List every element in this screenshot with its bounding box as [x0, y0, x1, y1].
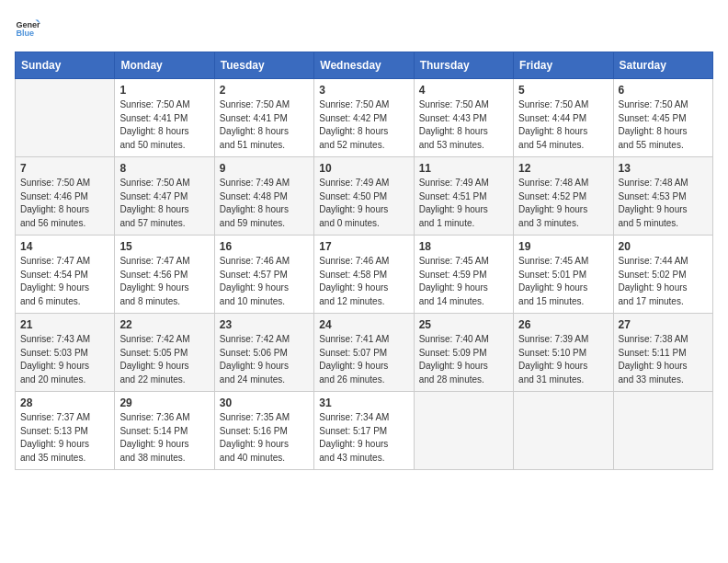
- calendar-cell: 17Sunrise: 7:46 AMSunset: 4:58 PMDayligh…: [314, 236, 414, 314]
- calendar-cell: 28Sunrise: 7:37 AMSunset: 5:13 PMDayligh…: [16, 392, 115, 470]
- day-info: Sunrise: 7:38 AMSunset: 5:11 PMDaylight:…: [619, 333, 708, 386]
- day-number: 6: [619, 84, 708, 97]
- day-info: Sunrise: 7:46 AMSunset: 4:58 PMDaylight:…: [319, 255, 408, 308]
- day-number: 2: [220, 84, 309, 97]
- day-info: Sunrise: 7:45 AMSunset: 5:01 PMDaylight:…: [518, 255, 608, 308]
- day-info: Sunrise: 7:50 AMSunset: 4:43 PMDaylight:…: [419, 98, 508, 152]
- day-info: Sunrise: 7:50 AMSunset: 4:47 PMDaylight:…: [119, 177, 209, 230]
- calendar-cell: 25Sunrise: 7:40 AMSunset: 5:09 PMDayligh…: [414, 314, 513, 392]
- day-info: Sunrise: 7:48 AMSunset: 4:52 PMDaylight:…: [518, 177, 608, 230]
- header: General Blue: [15, 15, 713, 40]
- calendar-cell: 2Sunrise: 7:50 AMSunset: 4:41 PMDaylight…: [214, 79, 313, 157]
- day-number: 13: [619, 162, 708, 175]
- day-info: Sunrise: 7:41 AMSunset: 5:07 PMDaylight:…: [319, 333, 408, 386]
- day-number: 21: [20, 318, 109, 331]
- svg-text:Blue: Blue: [16, 29, 34, 38]
- day-info: Sunrise: 7:49 AMSunset: 4:50 PMDaylight:…: [319, 177, 408, 230]
- logo: General Blue: [15, 15, 44, 40]
- weekday-header-sunday: Sunday: [16, 52, 115, 79]
- week-row-2: 7Sunrise: 7:50 AMSunset: 4:46 PMDaylight…: [16, 157, 713, 236]
- day-info: Sunrise: 7:50 AMSunset: 4:46 PMDaylight:…: [20, 177, 109, 230]
- day-number: 30: [220, 396, 309, 409]
- day-info: Sunrise: 7:47 AMSunset: 4:54 PMDaylight:…: [20, 255, 109, 308]
- calendar-cell: 6Sunrise: 7:50 AMSunset: 4:45 PMDaylight…: [613, 79, 712, 157]
- calendar-cell: 10Sunrise: 7:49 AMSunset: 4:50 PMDayligh…: [314, 157, 414, 236]
- day-info: Sunrise: 7:49 AMSunset: 4:51 PMDaylight:…: [419, 177, 508, 230]
- day-number: 16: [220, 240, 309, 253]
- calendar-cell: 14Sunrise: 7:47 AMSunset: 4:54 PMDayligh…: [16, 236, 115, 314]
- day-number: 23: [220, 318, 309, 331]
- week-row-1: 1Sunrise: 7:50 AMSunset: 4:41 PMDaylight…: [16, 79, 713, 157]
- day-number: 8: [119, 162, 209, 175]
- calendar-cell: 5Sunrise: 7:50 AMSunset: 4:44 PMDaylight…: [514, 79, 613, 157]
- day-number: 22: [119, 318, 209, 331]
- day-info: Sunrise: 7:50 AMSunset: 4:41 PMDaylight:…: [119, 98, 209, 152]
- day-number: 20: [619, 240, 708, 253]
- day-info: Sunrise: 7:39 AMSunset: 5:10 PMDaylight:…: [518, 333, 608, 386]
- weekday-header-tuesday: Tuesday: [214, 52, 313, 79]
- calendar-cell: 26Sunrise: 7:39 AMSunset: 5:10 PMDayligh…: [514, 314, 613, 392]
- calendar-table: SundayMondayTuesdayWednesdayThursdayFrid…: [15, 52, 713, 470]
- day-info: Sunrise: 7:44 AMSunset: 5:02 PMDaylight:…: [619, 255, 708, 308]
- calendar-cell: 20Sunrise: 7:44 AMSunset: 5:02 PMDayligh…: [613, 236, 712, 314]
- weekday-header-thursday: Thursday: [414, 52, 513, 79]
- week-row-3: 14Sunrise: 7:47 AMSunset: 4:54 PMDayligh…: [16, 236, 713, 314]
- weekday-header-monday: Monday: [115, 52, 214, 79]
- day-number: 26: [518, 318, 608, 331]
- day-info: Sunrise: 7:34 AMSunset: 5:17 PMDaylight:…: [319, 411, 408, 465]
- day-number: 7: [20, 162, 109, 175]
- calendar-cell: 29Sunrise: 7:36 AMSunset: 5:14 PMDayligh…: [115, 392, 214, 470]
- logo-icon: General Blue: [15, 15, 40, 40]
- calendar-cell: 30Sunrise: 7:35 AMSunset: 5:16 PMDayligh…: [214, 392, 313, 470]
- day-info: Sunrise: 7:49 AMSunset: 4:48 PMDaylight:…: [220, 177, 309, 230]
- day-number: 17: [319, 240, 408, 253]
- day-number: 9: [220, 162, 309, 175]
- day-number: 12: [518, 162, 608, 175]
- day-number: 4: [419, 84, 508, 97]
- day-number: 24: [319, 318, 408, 331]
- day-number: 28: [20, 396, 109, 409]
- calendar-cell: [16, 79, 115, 157]
- calendar-cell: 21Sunrise: 7:43 AMSunset: 5:03 PMDayligh…: [16, 314, 115, 392]
- calendar-cell: 15Sunrise: 7:47 AMSunset: 4:56 PMDayligh…: [115, 236, 214, 314]
- calendar-cell: 18Sunrise: 7:45 AMSunset: 4:59 PMDayligh…: [414, 236, 513, 314]
- weekday-header-saturday: Saturday: [613, 52, 712, 79]
- day-number: 10: [319, 162, 408, 175]
- week-row-4: 21Sunrise: 7:43 AMSunset: 5:03 PMDayligh…: [16, 314, 713, 392]
- day-info: Sunrise: 7:50 AMSunset: 4:44 PMDaylight:…: [518, 98, 608, 152]
- calendar-cell: [414, 392, 513, 470]
- week-row-5: 28Sunrise: 7:37 AMSunset: 5:13 PMDayligh…: [16, 392, 713, 470]
- day-number: 15: [119, 240, 209, 253]
- day-info: Sunrise: 7:46 AMSunset: 4:57 PMDaylight:…: [220, 255, 309, 308]
- day-info: Sunrise: 7:50 AMSunset: 4:41 PMDaylight:…: [220, 98, 309, 152]
- calendar-cell: 8Sunrise: 7:50 AMSunset: 4:47 PMDaylight…: [115, 157, 214, 236]
- calendar-cell: 19Sunrise: 7:45 AMSunset: 5:01 PMDayligh…: [514, 236, 613, 314]
- calendar-cell: 12Sunrise: 7:48 AMSunset: 4:52 PMDayligh…: [514, 157, 613, 236]
- weekday-header-wednesday: Wednesday: [314, 52, 414, 79]
- day-number: 14: [20, 240, 109, 253]
- calendar-cell: [514, 392, 613, 470]
- calendar-cell: 16Sunrise: 7:46 AMSunset: 4:57 PMDayligh…: [214, 236, 313, 314]
- day-info: Sunrise: 7:48 AMSunset: 4:53 PMDaylight:…: [619, 177, 708, 230]
- calendar-cell: 3Sunrise: 7:50 AMSunset: 4:42 PMDaylight…: [314, 79, 414, 157]
- calendar-cell: 23Sunrise: 7:42 AMSunset: 5:06 PMDayligh…: [214, 314, 313, 392]
- calendar-cell: 24Sunrise: 7:41 AMSunset: 5:07 PMDayligh…: [314, 314, 414, 392]
- calendar-cell: 27Sunrise: 7:38 AMSunset: 5:11 PMDayligh…: [613, 314, 712, 392]
- day-info: Sunrise: 7:35 AMSunset: 5:16 PMDaylight:…: [220, 411, 309, 465]
- day-number: 1: [119, 84, 209, 97]
- day-info: Sunrise: 7:42 AMSunset: 5:06 PMDaylight:…: [220, 333, 309, 386]
- calendar-cell: 11Sunrise: 7:49 AMSunset: 4:51 PMDayligh…: [414, 157, 513, 236]
- day-info: Sunrise: 7:47 AMSunset: 4:56 PMDaylight:…: [119, 255, 209, 308]
- day-info: Sunrise: 7:50 AMSunset: 4:42 PMDaylight:…: [319, 98, 408, 152]
- calendar-cell: 13Sunrise: 7:48 AMSunset: 4:53 PMDayligh…: [613, 157, 712, 236]
- day-info: Sunrise: 7:36 AMSunset: 5:14 PMDaylight:…: [119, 411, 209, 465]
- day-info: Sunrise: 7:37 AMSunset: 5:13 PMDaylight:…: [20, 411, 109, 465]
- calendar-cell: 4Sunrise: 7:50 AMSunset: 4:43 PMDaylight…: [414, 79, 513, 157]
- day-info: Sunrise: 7:43 AMSunset: 5:03 PMDaylight:…: [20, 333, 109, 386]
- day-info: Sunrise: 7:40 AMSunset: 5:09 PMDaylight:…: [419, 333, 508, 386]
- calendar-cell: 31Sunrise: 7:34 AMSunset: 5:17 PMDayligh…: [314, 392, 414, 470]
- calendar-cell: [613, 392, 712, 470]
- calendar-cell: 1Sunrise: 7:50 AMSunset: 4:41 PMDaylight…: [115, 79, 214, 157]
- day-number: 31: [319, 396, 408, 409]
- weekday-header-row: SundayMondayTuesdayWednesdayThursdayFrid…: [16, 52, 713, 79]
